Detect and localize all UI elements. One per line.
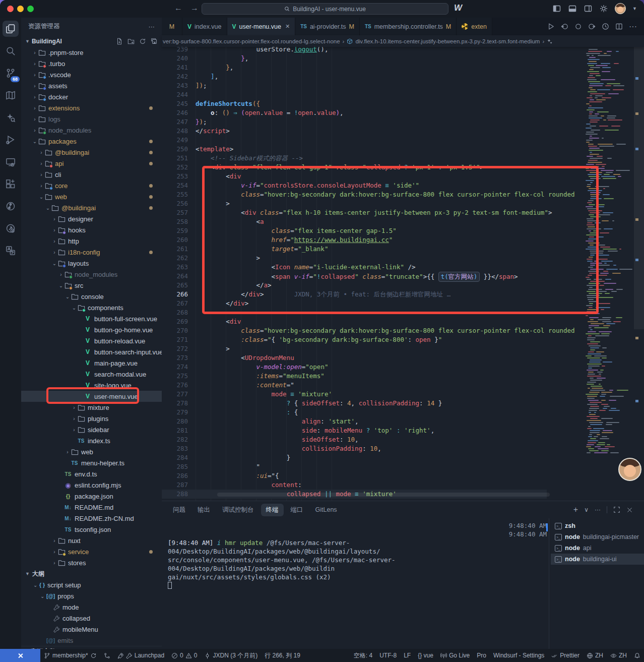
code-line-246[interactable]: 246 o: () ⇒ (open.value = !open.value), [162,108,644,117]
tree-item-search-modal.vue[interactable]: Vsearch-modal.vue [21,369,162,380]
tree-item-hooks[interactable]: ›hooks [21,224,162,235]
tab-exten[interactable]: exten [457,18,492,35]
tree-item-stores[interactable]: ›stores [21,557,162,568]
tree-item-designer[interactable]: ›designer [21,213,162,224]
code-line-269[interactable]: 269 <div [162,317,644,326]
map-icon[interactable] [0,84,21,106]
live-share-icon[interactable] [0,217,21,239]
tree-item-.turbo[interactable]: ›.turbo [21,58,162,69]
code-line-245[interactable]: 245defineShortcuts({ [162,99,644,108]
toggle-secondary-sidebar-icon[interactable] [584,4,593,13]
status-cursor-position[interactable]: 行 266, 列 19 [261,651,304,660]
code-line-242[interactable]: 242 ], [162,72,644,81]
code-line-271[interactable]: 271 :class="{ 'bg-secondary dark:bg-surf… [162,335,644,344]
panel-tab-问题[interactable]: 问题 [168,504,190,516]
terminal-dropdown-icon[interactable]: ∨ [584,506,589,513]
panel-more-icon[interactable]: ··· [595,506,601,513]
status-prettier[interactable]: Prettier [548,652,583,659]
panel-tab-终端[interactable]: 终端 [261,504,284,516]
terminal-instance-zsh[interactable]: >_zsh [551,520,644,531]
tree-item-components[interactable]: ⌄components [21,302,162,313]
tree-item-assets[interactable]: ›assets [21,80,162,91]
explorer-icon[interactable] [0,18,21,40]
code-line-285[interactable]: 285 " [162,462,644,471]
toggle-panel-icon[interactable] [568,4,577,13]
command-search-input[interactable]: BuildingAI - user-menu.vue [202,3,448,15]
tree-item-env.d.ts[interactable]: TSenv.d.ts [21,468,162,479]
remote-explorer-icon[interactable] [0,151,21,173]
close-panel-icon[interactable] [626,507,633,513]
new-folder-icon[interactable] [127,38,135,45]
explorer-more-icon[interactable]: ··· [149,23,155,30]
outline-item-script-setup[interactable]: ⌄{ }script setup [21,579,162,590]
status-pipeline-indicator[interactable] [100,652,114,659]
code-line-277[interactable]: 277 mode ≡ 'mixture' [162,390,644,399]
tree-item-i18n-config[interactable]: ›i18n-config [21,247,162,258]
run-debug-icon[interactable] [0,129,21,151]
horizontal-scrollbar[interactable] [217,493,550,497]
nav-forward-icon[interactable] [588,23,596,30]
tab-M[interactable]: M [162,18,182,35]
status-language-mode[interactable]: {} vue [414,652,437,659]
more-actions-icon[interactable]: ··· [629,22,637,31]
code-line-276[interactable]: 276 :content=" [162,381,644,390]
outline-item-emits[interactable]: [@]emits [21,635,162,646]
status-windsurf-settings[interactable]: Windsurf - Settings [490,652,548,659]
panel-tab-GitLens[interactable]: GitLens [310,504,342,515]
tree-item-extensions[interactable]: ›extensions [21,102,162,113]
status-launchpad[interactable]: Launchpad [114,652,168,659]
panel-tab-输出[interactable]: 输出 [192,504,215,516]
maximize-window-button[interactable] [27,6,34,12]
breadcrumb-item[interactable]: ver:bg-surface-800.flex.cursor-pointer.f… [163,38,340,44]
tree-item-plugins[interactable]: ›plugins [21,413,162,424]
tab-close-icon[interactable]: ✕ [285,23,290,30]
tree-item-mixture[interactable]: ›mixture [21,402,162,413]
new-file-icon[interactable] [116,38,123,45]
tree-item-eslint.config.mjs[interactable]: ◉eslint.config.mjs [21,479,162,491]
tab-index.vue[interactable]: Vindex.vue [182,18,227,35]
search-icon[interactable] [0,40,21,62]
editor-scrollbar[interactable] [634,47,644,501]
code-line-239[interactable]: 239 userStore.logout(), [162,47,644,54]
status-eol[interactable]: LF [400,652,414,659]
git-graph-icon[interactable] [0,195,21,217]
status-translate-zh[interactable]: ZH [607,652,630,659]
tree-item-tsconfig.json[interactable]: TStsconfig.json [21,524,162,535]
code-editor[interactable]: 239 userStore.logout(),240 },241 },242 ]… [162,47,644,501]
code-line-244[interactable]: 244 [162,90,644,99]
code-line-282[interactable]: 282 sideOffset: 10, [162,435,644,444]
tree-item-api[interactable]: ›api [21,158,162,169]
outline-section-header[interactable]: ▼ 大纲 [21,568,162,579]
code-line-278[interactable]: 278 ? { sideOffset: 4, collisionPadding:… [162,399,644,408]
code-line-240[interactable]: 240 }, [162,54,644,63]
remote-indicator[interactable] [0,649,40,662]
outline-item-mobileMenu[interactable]: mobileMenu [21,624,162,635]
status-notifications[interactable] [630,652,644,659]
ai-sparkle-icon[interactable] [0,106,21,129]
tree-item-layouts[interactable]: ⌄layouts [21,258,162,269]
tree-item-sidebar[interactable]: ›sidebar [21,424,162,435]
code-line-284[interactable]: 284 } [162,453,644,462]
tree-item-src[interactable]: ⌄src [21,280,162,291]
split-editor-icon[interactable] [615,23,623,30]
tree-item-cli[interactable]: ›cli [21,169,162,180]
close-window-button[interactable] [7,6,14,12]
status-problems[interactable]: 00 [168,652,201,659]
tree-item-@buildingai[interactable]: ⌄@buildingai [21,202,162,213]
tree-item-docker[interactable]: ›docker [21,91,162,102]
source-control-icon[interactable]: 68 [0,62,21,84]
new-terminal-icon[interactable]: + [573,505,578,514]
account-avatar[interactable] [615,3,626,14]
tree-item-@buildingai[interactable]: ›@buildingai [21,147,162,158]
tree-item-index.ts[interactable]: TSindex.ts [21,435,162,446]
tree-item-button-go-home.vue[interactable]: Vbutton-go-home.vue [21,324,162,335]
nav-back-icon[interactable]: ← [174,4,182,13]
panel-tab-端口[interactable]: 端口 [286,504,308,516]
terminal-output[interactable]: 9:48:40 AM9:48:40 AM[9:48:40 AM] i hmr u… [168,521,547,647]
minimize-window-button[interactable] [17,6,24,12]
tree-item-console[interactable]: ⌄console [21,291,162,302]
code-line-248[interactable]: 248</script> [162,127,644,136]
toggle-sidebar-icon[interactable] [552,4,561,13]
code-line-270[interactable]: 270 class="hover:bg-secondary dark:hover… [162,326,644,335]
tab-ai-provider.ts[interactable]: TSai-provider.tsM [295,18,360,35]
